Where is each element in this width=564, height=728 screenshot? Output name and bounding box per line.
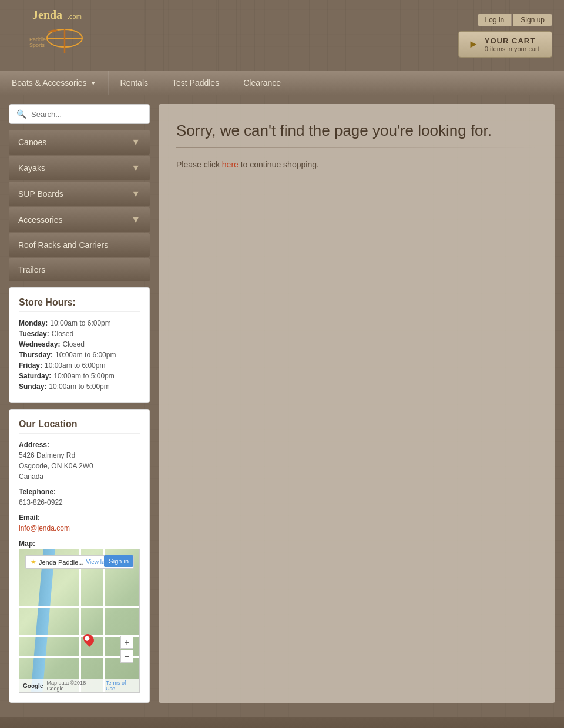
- sidebar-item-trailers[interactable]: Trailers: [9, 258, 150, 281]
- nav-rentals-label: Rentals: [120, 78, 148, 88]
- login-button[interactable]: Log in: [478, 14, 512, 26]
- main-area: Sorry, we can't find the page you're loo…: [159, 104, 555, 703]
- sidebar-menu: Canoes ▼ Kayaks ▼ SUP Boards ▼ Accessori…: [9, 130, 150, 281]
- map-road-v1: [79, 549, 81, 692]
- nav-item-test-paddles[interactable]: Test Paddles: [160, 71, 231, 95]
- map-star-icon: ★: [31, 558, 36, 566]
- cart-text-area: YOUR CART 0 items in your cart: [485, 36, 539, 52]
- svg-text:.com: .com: [68, 13, 82, 20]
- cart-arrow-icon: ►: [468, 38, 479, 51]
- signup-button[interactable]: Sign up: [513, 14, 552, 26]
- map-label: Map:: [19, 539, 140, 548]
- sidebar-item-accessories[interactable]: Accessories ▼: [9, 207, 150, 232]
- address-label: Address:: [19, 441, 140, 449]
- cart-title: YOUR CART: [485, 36, 539, 45]
- svg-text:Paddle: Paddle: [29, 36, 46, 42]
- error-title: Sorry, we can't find the page you're loo…: [176, 122, 538, 140]
- sidebar: 🔍 Canoes ▼ Kayaks ▼ SUP Boards ▼ Accesso…: [9, 104, 150, 703]
- error-divider: [176, 147, 538, 148]
- map-river: [31, 549, 55, 692]
- main-content: 🔍 Canoes ▼ Kayaks ▼ SUP Boards ▼ Accesso…: [0, 95, 564, 712]
- search-icon: 🔍: [16, 109, 26, 119]
- map-zoom-out-button[interactable]: −: [120, 650, 133, 663]
- location-card: Our Location Address: 5426 Dalmeny Rd Os…: [9, 409, 150, 703]
- sidebar-accessories-label: Accessories: [18, 215, 62, 224]
- svg-text:Sports: Sports: [29, 42, 45, 48]
- map-terms-link[interactable]: Terms of Use: [106, 680, 136, 692]
- logo-area: Jenda .com Paddle Sports: [12, 6, 100, 65]
- map-road-v2: [103, 549, 105, 692]
- map-bottom-bar: Google Map data ©2018 Google Terms of Us…: [19, 679, 139, 692]
- canoes-expand-icon: ▼: [131, 137, 140, 147]
- map-zoom-controls: + −: [120, 636, 133, 663]
- hours-friday: Friday: 10:00am to 6:00pm: [19, 361, 140, 370]
- footer: Search | About | Contact | Customer Serv…: [0, 717, 564, 728]
- nav-item-boats[interactable]: Boats & Accessories ▼: [0, 71, 109, 95]
- logo: Jenda .com Paddle Sports: [12, 6, 100, 65]
- accessories-expand-icon: ▼: [131, 214, 140, 225]
- hours-thursday: Thursday: 10:00am to 6:00pm: [19, 351, 140, 359]
- telephone-label: Telephone:: [19, 488, 140, 496]
- hours-tuesday: Tuesday: Closed: [19, 330, 140, 338]
- sup-expand-icon: ▼: [131, 189, 140, 199]
- sidebar-canoes-label: Canoes: [18, 137, 46, 147]
- map-pin-icon: [81, 632, 96, 646]
- map-data-text: Map data ©2018 Google: [46, 680, 102, 692]
- sidebar-trailers-label: Trailers: [18, 265, 45, 274]
- kayaks-expand-icon: ▼: [131, 163, 140, 173]
- email-value: info@jenda.com: [19, 523, 140, 534]
- error-message: Please click here to continue shopping.: [176, 160, 538, 169]
- sidebar-item-roof-racks[interactable]: Roof Racks and Carriers: [9, 233, 150, 257]
- sidebar-item-sup-boards[interactable]: SUP Boards ▼: [9, 182, 150, 206]
- google-logo: Google: [23, 683, 43, 689]
- nav-item-rentals[interactable]: Rentals: [109, 71, 160, 95]
- map-sign-in-button[interactable]: Sign in: [104, 555, 133, 567]
- sidebar-kayaks-label: Kayaks: [18, 163, 45, 173]
- address-value: 5426 Dalmeny Rd Osgoode, ON K0A 2W0 Cana…: [19, 450, 140, 482]
- nav-boats-label: Boats & Accessories: [12, 78, 87, 88]
- hours-saturday: Saturday: 10:00am to 5:00pm: [19, 372, 140, 380]
- main-nav: Boats & Accessories ▼ Rentals Test Paddl…: [0, 71, 564, 95]
- auth-buttons: Log in Sign up: [478, 14, 552, 26]
- hours-monday: Monday: 10:00am to 6:00pm: [19, 319, 140, 327]
- hours-sunday: Sunday: 10:00am to 5:00pm: [19, 383, 140, 391]
- email-link[interactable]: info@jenda.com: [19, 524, 70, 532]
- here-link[interactable]: here: [222, 160, 239, 169]
- sidebar-item-kayaks[interactable]: Kayaks ▼: [9, 156, 150, 180]
- map-container: ★ Jenda Paddle... View larger map Sign i…: [19, 549, 140, 693]
- store-hours-card: Store Hours: Monday: 10:00am to 6:00pm T…: [9, 287, 150, 403]
- search-box[interactable]: 🔍: [9, 104, 150, 124]
- nav-boats-dropdown-icon: ▼: [90, 80, 96, 86]
- store-hours-title: Store Hours:: [19, 297, 140, 312]
- sidebar-sup-label: SUP Boards: [18, 189, 63, 199]
- sidebar-roof-racks-label: Roof Racks and Carriers: [18, 240, 108, 250]
- error-message-before: Please click: [176, 160, 220, 169]
- cart-count: 0 items in your cart: [485, 45, 539, 52]
- search-input[interactable]: [31, 110, 142, 119]
- nav-test-paddles-label: Test Paddles: [172, 78, 219, 88]
- telephone-value: 613-826-0922: [19, 497, 140, 508]
- nav-clearance-label: Clearance: [243, 78, 281, 88]
- header: Jenda .com Paddle Sports Log in Sign up …: [0, 0, 564, 71]
- hours-wednesday: Wednesday: Closed: [19, 340, 140, 348]
- header-right: Log in Sign up ► YOUR CART 0 items in yo…: [458, 14, 552, 58]
- svg-text:Jenda: Jenda: [32, 8, 62, 21]
- location-title: Our Location: [19, 419, 140, 434]
- error-message-after: to continue shopping.: [241, 160, 319, 169]
- map-zoom-in-button[interactable]: +: [120, 636, 133, 649]
- cart-widget[interactable]: ► YOUR CART 0 items in your cart: [458, 31, 552, 58]
- map-placeholder: ★ Jenda Paddle... View larger map Sign i…: [19, 549, 139, 692]
- nav-item-clearance[interactable]: Clearance: [231, 71, 293, 95]
- email-label: Email:: [19, 514, 140, 522]
- sidebar-item-canoes[interactable]: Canoes ▼: [9, 130, 150, 155]
